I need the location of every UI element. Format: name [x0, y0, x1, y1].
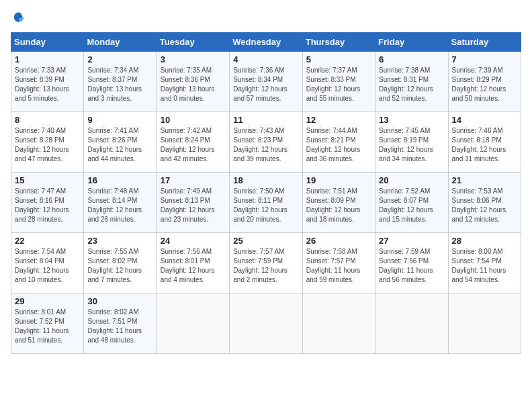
empty-cell — [302, 293, 375, 354]
day-info: Sunrise: 7:38 AM Sunset: 8:31 PM Dayligh… — [379, 66, 444, 103]
day-info: Sunrise: 7:57 AM Sunset: 7:59 PM Dayligh… — [233, 247, 298, 285]
calendar-table: SundayMondayTuesdayWednesdayThursdayFrid… — [11, 32, 521, 354]
day-info: Sunrise: 7:49 AM Sunset: 8:13 PM Dayligh… — [161, 187, 226, 224]
day-number: 22 — [15, 236, 80, 246]
calendar-day-cell: 11Sunrise: 7:43 AM Sunset: 8:23 PM Dayli… — [230, 112, 302, 173]
calendar-day-cell: 4Sunrise: 7:36 AM Sunset: 8:34 PM Daylig… — [230, 52, 302, 112]
day-number: 23 — [87, 236, 152, 246]
day-info: Sunrise: 7:42 AM Sunset: 8:24 PM Dayligh… — [161, 126, 226, 164]
calendar-week-row: 1Sunrise: 7:33 AM Sunset: 8:39 PM Daylig… — [11, 52, 521, 112]
day-number: 18 — [233, 175, 298, 185]
calendar-day-cell: 13Sunrise: 7:45 AM Sunset: 8:19 PM Dayli… — [375, 112, 448, 173]
calendar-day-cell: 25Sunrise: 7:57 AM Sunset: 7:59 PM Dayli… — [230, 233, 302, 293]
day-info: Sunrise: 7:47 AM Sunset: 8:16 PM Dayligh… — [15, 187, 80, 224]
empty-cell — [230, 293, 302, 354]
calendar-week-row: 22Sunrise: 7:54 AM Sunset: 8:04 PM Dayli… — [11, 233, 521, 293]
column-header-thursday: Thursday — [302, 33, 375, 52]
column-headers: SundayMondayTuesdayWednesdayThursdayFrid… — [11, 33, 521, 52]
day-number: 8 — [15, 115, 80, 125]
day-number: 29 — [15, 296, 80, 306]
day-number: 15 — [15, 175, 80, 185]
day-number: 30 — [87, 296, 152, 306]
calendar-day-cell: 18Sunrise: 7:50 AM Sunset: 8:11 PM Dayli… — [230, 173, 302, 233]
day-info: Sunrise: 7:53 AM Sunset: 8:06 PM Dayligh… — [452, 187, 517, 224]
day-number: 9 — [87, 115, 152, 125]
calendar-day-cell: 7Sunrise: 7:39 AM Sunset: 8:29 PM Daylig… — [448, 52, 521, 112]
day-info: Sunrise: 7:33 AM Sunset: 8:39 PM Dayligh… — [15, 66, 80, 103]
page-header — [11, 11, 521, 27]
day-number: 16 — [87, 175, 152, 185]
day-info: Sunrise: 7:45 AM Sunset: 8:19 PM Dayligh… — [379, 126, 444, 164]
day-info: Sunrise: 7:39 AM Sunset: 8:29 PM Dayligh… — [452, 66, 517, 103]
calendar-day-cell: 2Sunrise: 7:34 AM Sunset: 8:37 PM Daylig… — [84, 52, 157, 112]
calendar-day-cell: 6Sunrise: 7:38 AM Sunset: 8:31 PM Daylig… — [375, 52, 448, 112]
day-number: 25 — [233, 236, 298, 246]
day-number: 2 — [87, 54, 152, 64]
calendar-day-cell: 24Sunrise: 7:56 AM Sunset: 8:01 PM Dayli… — [157, 233, 229, 293]
day-number: 11 — [233, 115, 298, 125]
calendar-day-cell: 22Sunrise: 7:54 AM Sunset: 8:04 PM Dayli… — [11, 233, 84, 293]
day-number: 17 — [161, 175, 226, 185]
day-info: Sunrise: 7:52 AM Sunset: 8:07 PM Dayligh… — [379, 187, 444, 224]
day-number: 4 — [233, 54, 298, 64]
day-number: 10 — [161, 115, 226, 125]
day-number: 20 — [379, 175, 444, 185]
calendar-week-row: 15Sunrise: 7:47 AM Sunset: 8:16 PM Dayli… — [11, 173, 521, 233]
calendar-day-cell: 30Sunrise: 8:02 AM Sunset: 7:51 PM Dayli… — [84, 293, 157, 354]
day-number: 3 — [161, 54, 226, 64]
logo — [11, 11, 30, 27]
day-info: Sunrise: 7:37 AM Sunset: 8:33 PM Dayligh… — [306, 66, 371, 103]
calendar-day-cell: 10Sunrise: 7:42 AM Sunset: 8:24 PM Dayli… — [157, 112, 229, 173]
day-info: Sunrise: 8:01 AM Sunset: 7:52 PM Dayligh… — [15, 308, 80, 345]
calendar-day-cell: 5Sunrise: 7:37 AM Sunset: 8:33 PM Daylig… — [302, 52, 375, 112]
day-info: Sunrise: 7:48 AM Sunset: 8:14 PM Dayligh… — [87, 187, 152, 224]
day-info: Sunrise: 7:35 AM Sunset: 8:36 PM Dayligh… — [161, 66, 226, 103]
day-info: Sunrise: 7:54 AM Sunset: 8:04 PM Dayligh… — [15, 247, 80, 285]
calendar-day-cell: 15Sunrise: 7:47 AM Sunset: 8:16 PM Dayli… — [11, 173, 84, 233]
day-info: Sunrise: 7:58 AM Sunset: 7:57 PM Dayligh… — [306, 247, 371, 285]
day-info: Sunrise: 7:51 AM Sunset: 8:09 PM Dayligh… — [306, 187, 371, 224]
empty-cell — [448, 293, 521, 354]
calendar-day-cell: 9Sunrise: 7:41 AM Sunset: 8:26 PM Daylig… — [84, 112, 157, 173]
day-number: 7 — [452, 54, 517, 64]
column-header-wednesday: Wednesday — [230, 33, 302, 52]
day-number: 6 — [379, 54, 444, 64]
day-number: 1 — [15, 54, 80, 64]
day-number: 14 — [452, 115, 517, 125]
day-number: 19 — [306, 175, 371, 185]
calendar-day-cell: 14Sunrise: 7:46 AM Sunset: 8:18 PM Dayli… — [448, 112, 521, 173]
logo-icon — [11, 11, 27, 27]
day-info: Sunrise: 7:44 AM Sunset: 8:21 PM Dayligh… — [306, 126, 371, 164]
calendar-day-cell: 3Sunrise: 7:35 AM Sunset: 8:36 PM Daylig… — [157, 52, 229, 112]
calendar-day-cell: 29Sunrise: 8:01 AM Sunset: 7:52 PM Dayli… — [11, 293, 84, 354]
day-info: Sunrise: 7:46 AM Sunset: 8:18 PM Dayligh… — [452, 126, 517, 164]
day-info: Sunrise: 7:56 AM Sunset: 8:01 PM Dayligh… — [161, 247, 226, 285]
day-info: Sunrise: 7:55 AM Sunset: 8:02 PM Dayligh… — [87, 247, 152, 285]
column-header-tuesday: Tuesday — [157, 33, 229, 52]
column-header-monday: Monday — [84, 33, 157, 52]
day-info: Sunrise: 8:00 AM Sunset: 7:54 PM Dayligh… — [452, 247, 517, 285]
calendar-day-cell: 12Sunrise: 7:44 AM Sunset: 8:21 PM Dayli… — [302, 112, 375, 173]
calendar-day-cell: 1Sunrise: 7:33 AM Sunset: 8:39 PM Daylig… — [11, 52, 84, 112]
day-info: Sunrise: 8:02 AM Sunset: 7:51 PM Dayligh… — [87, 308, 152, 345]
day-number: 5 — [306, 54, 371, 64]
day-info: Sunrise: 7:40 AM Sunset: 8:28 PM Dayligh… — [15, 126, 80, 164]
calendar-day-cell: 17Sunrise: 7:49 AM Sunset: 8:13 PM Dayli… — [157, 173, 229, 233]
day-number: 21 — [452, 175, 517, 185]
calendar-day-cell: 16Sunrise: 7:48 AM Sunset: 8:14 PM Dayli… — [84, 173, 157, 233]
column-header-sunday: Sunday — [11, 33, 84, 52]
calendar-day-cell: 23Sunrise: 7:55 AM Sunset: 8:02 PM Dayli… — [84, 233, 157, 293]
column-header-friday: Friday — [375, 33, 448, 52]
day-number: 28 — [452, 236, 517, 246]
calendar-day-cell: 20Sunrise: 7:52 AM Sunset: 8:07 PM Dayli… — [375, 173, 448, 233]
empty-cell — [157, 293, 229, 354]
calendar-week-row: 29Sunrise: 8:01 AM Sunset: 7:52 PM Dayli… — [11, 293, 521, 354]
day-number: 12 — [306, 115, 371, 125]
calendar-day-cell: 19Sunrise: 7:51 AM Sunset: 8:09 PM Dayli… — [302, 173, 375, 233]
day-number: 26 — [306, 236, 371, 246]
empty-cell — [375, 293, 448, 354]
calendar-week-row: 8Sunrise: 7:40 AM Sunset: 8:28 PM Daylig… — [11, 112, 521, 173]
calendar-day-cell: 27Sunrise: 7:59 AM Sunset: 7:56 PM Dayli… — [375, 233, 448, 293]
day-number: 13 — [379, 115, 444, 125]
column-header-saturday: Saturday — [448, 33, 521, 52]
